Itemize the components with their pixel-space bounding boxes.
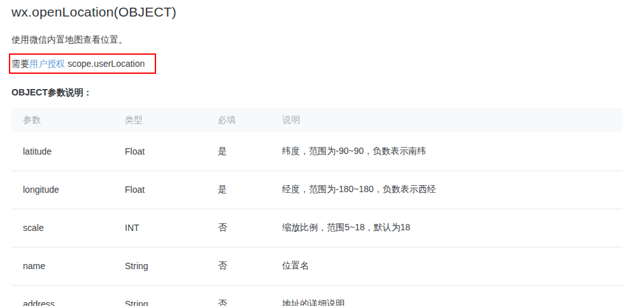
param-type: Float [113,170,206,209]
auth-note-row: 需要用户授权 scope.userLocation [11,53,644,74]
param-description: 缩放比例，范围5~18，默认为18 [271,209,622,247]
auth-note-highlight-box: 需要用户授权 scope.userLocation [9,53,156,74]
param-name: scale [11,209,113,247]
table-row: longitude Float 是 经度，范围为-180~180，负数表示西经 [11,170,622,209]
param-name: name [11,247,113,285]
page-title: wx.openLocation(OBJECT) [11,0,644,21]
user-auth-link[interactable]: 用户授权 [29,59,65,69]
column-header-required: 必填 [206,108,271,132]
auth-note-scope: scope.userLocation [65,59,145,69]
column-header-description: 说明 [271,108,622,132]
object-params-heading: OBJECT参数说明： [11,86,644,99]
param-type: String [113,285,206,306]
param-name: longitude [11,170,113,209]
param-name: address [11,285,113,306]
param-description: 纬度，范围为-90~90，负数表示南纬 [271,132,622,170]
param-type: Float [113,132,206,170]
param-description: 位置名 [271,247,622,285]
table-header-row: 参数 类型 必填 说明 [11,108,622,132]
param-required: 是 [206,132,271,170]
param-type: INT [113,209,206,247]
param-name: latitude [11,132,113,170]
param-required: 否 [206,209,271,247]
auth-note-prefix: 需要 [11,59,29,69]
params-table: 参数 类型 必填 说明 latitude Float 是 纬度，范围为-90~9… [11,108,622,306]
param-required: 否 [206,285,271,306]
column-header-param: 参数 [11,108,113,132]
param-type: String [113,247,206,285]
column-header-type: 类型 [113,108,206,132]
table-row: name String 否 位置名 [11,247,622,285]
table-row: scale INT 否 缩放比例，范围5~18，默认为18 [11,209,622,247]
table-row: address String 否 地址的详细说明 [11,285,622,306]
param-required: 否 [206,247,271,285]
param-description: 经度，范围为-180~180，负数表示西经 [271,170,622,209]
param-required: 是 [206,170,271,209]
api-doc-page: wx.openLocation(OBJECT) 使用微信内置地图查看位置。 需要… [0,0,644,306]
description-text: 使用微信内置地图查看位置。 [11,33,644,46]
param-description: 地址的详细说明 [271,285,622,306]
table-row: latitude Float 是 纬度，范围为-90~90，负数表示南纬 [11,132,622,170]
